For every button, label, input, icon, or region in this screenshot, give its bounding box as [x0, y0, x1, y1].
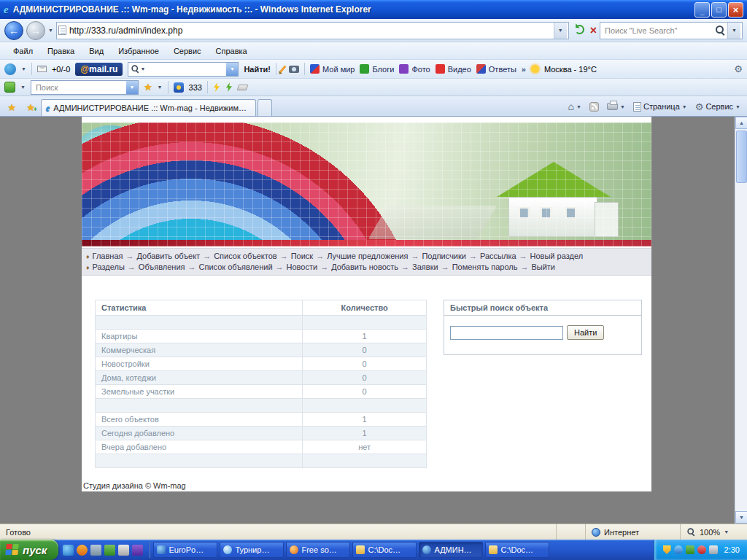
nav-sections[interactable]: Разделы [93, 262, 125, 271]
start-button[interactable]: пуск [0, 540, 58, 560]
nav-search[interactable]: Поиск [291, 252, 313, 260]
toolbar-overflow-button[interactable]: » [522, 65, 526, 74]
site-search-box[interactable]: ▼ [31, 80, 139, 95]
quick-launch-icon[interactable] [132, 545, 143, 556]
feeds-button[interactable] [587, 101, 601, 113]
live-search-box[interactable]: ▼ [600, 22, 743, 39]
menu-edit[interactable]: Правка [40, 44, 82, 58]
tray-icon[interactable] [709, 545, 718, 554]
mailru-link-moymir[interactable]: Мой мир [310, 64, 355, 74]
zoom-panel[interactable]: 100% ▼ [680, 524, 747, 540]
scrollbar-thumb[interactable] [736, 131, 747, 183]
compose-icon[interactable] [279, 65, 287, 73]
nav-add-news[interactable]: Добавить новость [331, 262, 398, 271]
stop-button[interactable]: × [590, 25, 597, 36]
site-search-input[interactable] [34, 83, 126, 92]
lightning-icon[interactable] [213, 82, 220, 92]
add-favorite-button[interactable]: ★+ [22, 99, 39, 115]
tray-icon[interactable] [697, 545, 706, 554]
site-333-icon[interactable] [174, 82, 184, 93]
chevron-down-icon[interactable]: ▼ [158, 85, 163, 90]
close-button[interactable]: × [728, 2, 743, 18]
quick-launch-icon[interactable] [63, 545, 74, 556]
vertical-scrollbar[interactable]: ▲ ▼ [735, 117, 747, 524]
nav-requests[interactable]: Заявки [412, 262, 438, 271]
nav-ads[interactable]: Объявления [139, 262, 185, 271]
task-button[interactable]: Турнир… [220, 542, 284, 558]
nav-subscribers[interactable]: Подписчики [422, 252, 466, 260]
nav-ads-list[interactable]: Список объявлений [199, 262, 273, 271]
site-toolbar-icon[interactable] [4, 82, 15, 93]
mailru-link-video[interactable]: Видео [436, 64, 471, 74]
nav-new-section[interactable]: Новый раздел [530, 252, 584, 260]
mail-counter[interactable]: +0/-0 [52, 65, 70, 74]
back-button[interactable]: ← [4, 21, 23, 40]
camera-icon[interactable] [289, 66, 299, 73]
menu-help[interactable]: Справка [209, 44, 255, 58]
quick-search-button[interactable]: Найти [567, 325, 604, 340]
scroll-down-button[interactable]: ▼ [735, 511, 747, 524]
menu-view[interactable]: Вид [82, 44, 111, 58]
home-button[interactable]: ⌂▼ [566, 100, 584, 113]
site-search-dropdown[interactable]: ▼ [126, 81, 138, 94]
tray-icon[interactable] [674, 545, 683, 554]
print-button[interactable]: ▼ [605, 101, 627, 112]
tools-menu-button[interactable]: ⚙Сервис▼ [693, 101, 743, 113]
nav-best-offers[interactable]: Лучшие предложения [327, 252, 408, 260]
task-button-active[interactable]: АДМИН… [419, 542, 483, 558]
menu-file[interactable]: Файл [6, 44, 40, 58]
quick-launch-icon[interactable] [104, 545, 115, 556]
mailru-search-dropdown[interactable]: ▼ [226, 63, 238, 76]
quick-launch-icon[interactable] [77, 545, 88, 556]
url-field[interactable]: ▼ [56, 22, 569, 39]
chevron-down-icon[interactable]: ▼ [140, 66, 145, 71]
mailru-link-photo[interactable]: Фото [399, 64, 430, 74]
zoom-level[interactable]: 100% [700, 528, 720, 537]
nav-news[interactable]: Новости [287, 262, 318, 271]
mailru-logo-button[interactable]: @mail.ru [75, 63, 123, 76]
mailru-link-answers[interactable]: Ответы [476, 64, 516, 74]
chevron-down-icon[interactable]: ▼ [20, 85, 26, 90]
search-magnifier-icon[interactable] [716, 26, 725, 35]
mail-counter-icon[interactable] [37, 66, 47, 72]
lightning-icon[interactable] [225, 82, 233, 92]
clock[interactable]: 2:30 [724, 545, 740, 554]
menu-favorites[interactable]: Избранное [111, 44, 166, 58]
refresh-button[interactable] [572, 25, 587, 36]
nav-add-object[interactable]: Добавить объект [136, 252, 200, 260]
live-search-input[interactable] [602, 26, 716, 35]
task-button[interactable]: C:\Doc… [485, 542, 549, 558]
task-button[interactable]: C:\Doc… [352, 542, 417, 558]
maximize-button[interactable]: □ [711, 2, 727, 18]
minimize-button[interactable]: _ [694, 2, 710, 18]
menu-tools[interactable]: Сервис [166, 44, 209, 58]
quick-search-input[interactable] [450, 326, 563, 340]
mailru-search-input[interactable] [145, 65, 226, 74]
nav-change-password[interactable]: Поменять пароль [452, 262, 518, 271]
forward-button[interactable]: → [26, 21, 45, 40]
weather-label[interactable]: Москва - 19°C [544, 65, 597, 74]
tray-security-icon[interactable] [663, 545, 671, 554]
page-menu-button[interactable]: Страница▼ [631, 101, 689, 113]
toolbar-logo-icon[interactable] [4, 63, 16, 75]
tab-admin[interactable]: e АДМИНИСТРИРОВАНИЕ .:: Wm-mag - Недвижи… [41, 99, 256, 116]
eraser-icon[interactable] [237, 85, 249, 90]
task-button[interactable]: EuroPo… [153, 542, 217, 558]
tray-icon[interactable] [686, 545, 694, 554]
nav-logout[interactable]: Выйти [531, 262, 555, 271]
mailru-find-button[interactable]: Найти! [244, 65, 271, 74]
url-input[interactable] [66, 26, 554, 36]
favorites-star-icon[interactable]: ★ [144, 82, 152, 92]
mailru-search-box[interactable]: ▼ ▼ [128, 62, 239, 77]
nav-object-list[interactable]: Список объектов [214, 252, 277, 260]
quick-launch-icon[interactable] [90, 545, 101, 556]
url-dropdown-button[interactable]: ▼ [554, 23, 567, 39]
scroll-up-button[interactable]: ▲ [735, 117, 747, 129]
task-button[interactable]: Free so… [286, 542, 350, 558]
new-tab-stub[interactable] [258, 99, 272, 116]
toolbar-settings-icon[interactable]: ⚙ [734, 64, 743, 74]
nav-home[interactable]: Главная [93, 252, 123, 260]
chevron-down-icon[interactable]: ▼ [724, 529, 729, 534]
site-333-label[interactable]: 333 [189, 83, 202, 92]
nav-mailing[interactable]: Рассылка [480, 252, 516, 260]
